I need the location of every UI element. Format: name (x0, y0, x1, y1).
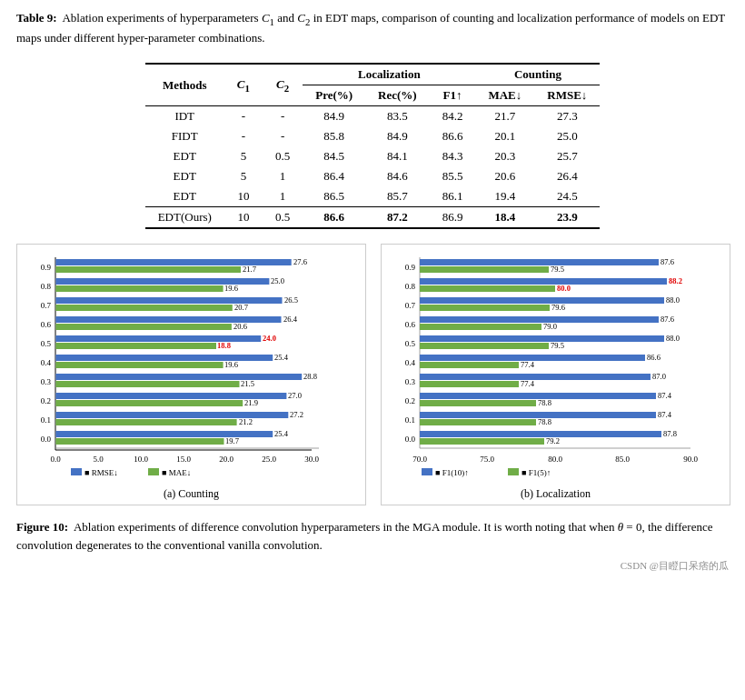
svg-text:0.4: 0.4 (405, 358, 416, 367)
bar-f1-5 (420, 266, 549, 273)
row-c1: 5 (224, 166, 263, 186)
svg-text:78.8: 78.8 (538, 417, 551, 426)
svg-text:80.0: 80.0 (548, 455, 562, 464)
col-header-rmse: RMSE↓ (534, 85, 600, 106)
svg-text:25.0: 25.0 (271, 276, 284, 285)
svg-text:87.6: 87.6 (661, 315, 674, 324)
legend-mae-label: ■ MAE↓ (162, 468, 191, 477)
bar-f1-5 (420, 381, 519, 387)
bar-f1-5 (420, 419, 536, 425)
row-method: FIDT (145, 126, 224, 146)
row-method: IDT (145, 106, 224, 127)
row-pre: 86.6 (303, 207, 365, 229)
row-rmse: 27.3 (534, 106, 600, 127)
row-f1: 84.3 (430, 146, 476, 166)
row-rmse: 26.4 (534, 166, 600, 186)
row-f1: 86.9 (430, 207, 476, 229)
row-f1: 86.6 (430, 126, 476, 146)
svg-text:25.0: 25.0 (262, 455, 276, 464)
row-c2: 0.5 (263, 146, 303, 166)
bar-mae (55, 381, 240, 387)
svg-text:79.5: 79.5 (551, 265, 564, 274)
bar-rmse (55, 355, 273, 361)
table-row-best: EDT(Ours) 10 0.5 86.6 87.2 86.9 18.4 23.… (145, 207, 601, 229)
table-container: Methods C1 C2 Localization Counting Pre(… (16, 63, 729, 229)
bar-rmse (55, 297, 283, 304)
row-c1: 10 (224, 207, 263, 229)
row-c2: - (263, 106, 303, 127)
bar-rmse (55, 374, 302, 380)
chart-b-title: (b) Localization (385, 487, 726, 501)
row-pre: 86.4 (303, 166, 365, 186)
svg-text:88.0: 88.0 (666, 295, 680, 305)
bar-f1-5 (420, 400, 536, 406)
svg-text:0.7: 0.7 (405, 301, 416, 310)
svg-text:0.3: 0.3 (41, 377, 52, 386)
col-header-pre: Pre(%) (303, 85, 365, 106)
legend-rmse (71, 468, 82, 475)
table-row: EDT 5 0.5 84.5 84.1 84.3 20.3 25.7 (145, 146, 601, 166)
svg-text:0.0: 0.0 (41, 435, 52, 444)
bar-f1-5-highlight (420, 285, 555, 292)
bar-f1-10 (420, 374, 651, 380)
svg-text:0.4: 0.4 (41, 358, 52, 367)
row-f1: 84.2 (430, 106, 476, 127)
svg-text:18.8: 18.8 (217, 341, 231, 350)
svg-text:0.6: 0.6 (41, 320, 52, 329)
svg-text:0.5: 0.5 (405, 339, 416, 348)
svg-text:28.8: 28.8 (303, 372, 317, 381)
row-pre: 84.5 (303, 146, 365, 166)
col-header-rec: Rec(%) (365, 85, 430, 106)
svg-text:88.2: 88.2 (669, 276, 682, 285)
svg-text:0.6: 0.6 (405, 320, 416, 329)
svg-text:20.0: 20.0 (219, 455, 233, 464)
bar-f1-10 (420, 431, 661, 437)
bar-mae (55, 400, 243, 406)
row-rmse: 25.7 (534, 146, 600, 166)
table-row: EDT 10 1 86.5 85.7 86.1 19.4 24.5 (145, 186, 601, 207)
svg-text:25.4: 25.4 (274, 429, 289, 438)
chart-localization: 70.0 75.0 80.0 85.0 90.0 0.9 87.6 79.5 0… (381, 244, 730, 505)
svg-text:79.2: 79.2 (546, 436, 560, 445)
row-rec: 84.9 (365, 126, 430, 146)
chart-b-svg: 70.0 75.0 80.0 85.0 90.0 0.9 87.6 79.5 0… (385, 250, 726, 482)
table-caption: Table 9: Ablation experiments of hyperpa… (16, 9, 729, 46)
bar-rmse (55, 431, 273, 437)
bar-f1-5 (420, 438, 544, 445)
svg-text:90.0: 90.0 (683, 455, 698, 464)
bar-f1-5 (420, 343, 549, 349)
svg-text:19.6: 19.6 (224, 360, 238, 369)
legend-f1-5 (508, 468, 519, 475)
row-mae: 19.4 (475, 186, 534, 207)
svg-text:21.2: 21.2 (239, 417, 253, 426)
svg-text:87.0: 87.0 (652, 372, 666, 381)
legend-f1-10-label: ■ F1(10)↑ (435, 468, 469, 477)
row-pre: 84.9 (303, 106, 365, 127)
legend-mae (148, 468, 159, 475)
row-c2: 1 (263, 166, 303, 186)
bar-f1-5 (420, 324, 541, 330)
svg-text:0.9: 0.9 (405, 263, 416, 272)
ablation-table: Methods C1 C2 Localization Counting Pre(… (145, 63, 601, 229)
svg-text:0.8: 0.8 (405, 282, 416, 291)
svg-text:0.7: 0.7 (41, 301, 52, 310)
col-header-c2: C2 (263, 64, 303, 106)
col-group-localization: Localization (303, 64, 475, 85)
bar-mae (55, 419, 237, 425)
svg-text:80.0: 80.0 (557, 284, 571, 293)
svg-text:30.0: 30.0 (304, 455, 319, 464)
col-header-mae: MAE↓ (475, 85, 534, 106)
col-header-methods: Methods (145, 64, 224, 106)
row-c2: 0.5 (263, 207, 303, 229)
row-mae: 20.1 (475, 126, 534, 146)
svg-text:0.1: 0.1 (41, 415, 51, 425)
svg-text:0.2: 0.2 (405, 396, 415, 405)
svg-text:25.4: 25.4 (274, 353, 289, 362)
svg-text:27.6: 27.6 (293, 257, 307, 266)
svg-text:10.0: 10.0 (134, 455, 148, 464)
row-c2: - (263, 126, 303, 146)
svg-text:5.0: 5.0 (93, 455, 104, 464)
svg-text:27.2: 27.2 (290, 410, 303, 419)
bar-mae-highlight (55, 343, 216, 349)
bar-f1-10 (420, 259, 659, 265)
